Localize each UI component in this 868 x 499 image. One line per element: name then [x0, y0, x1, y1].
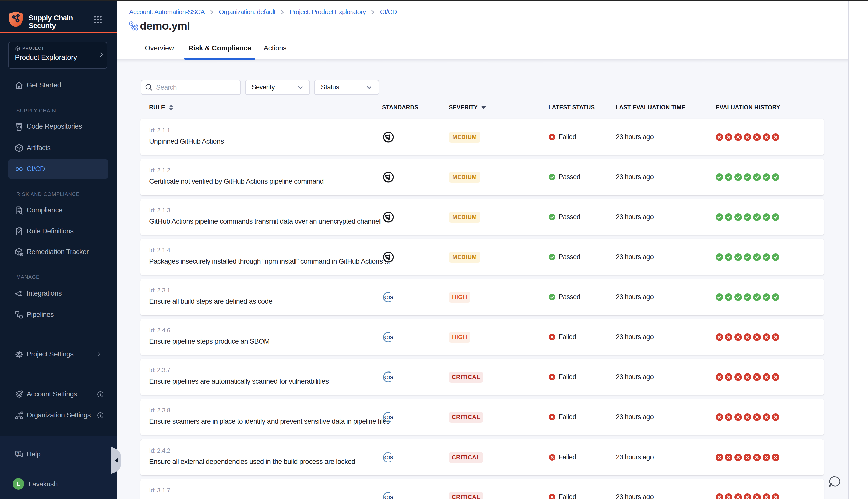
- svg-text:CIS: CIS: [384, 334, 393, 340]
- svg-text:CIS: CIS: [384, 374, 393, 380]
- svg-text:?: ?: [17, 451, 19, 455]
- svg-text:CIS: CIS: [384, 414, 393, 421]
- svg-text:CIS: CIS: [384, 494, 393, 499]
- svg-text:CIS: CIS: [384, 294, 393, 301]
- svg-text:CIS: CIS: [384, 454, 393, 461]
